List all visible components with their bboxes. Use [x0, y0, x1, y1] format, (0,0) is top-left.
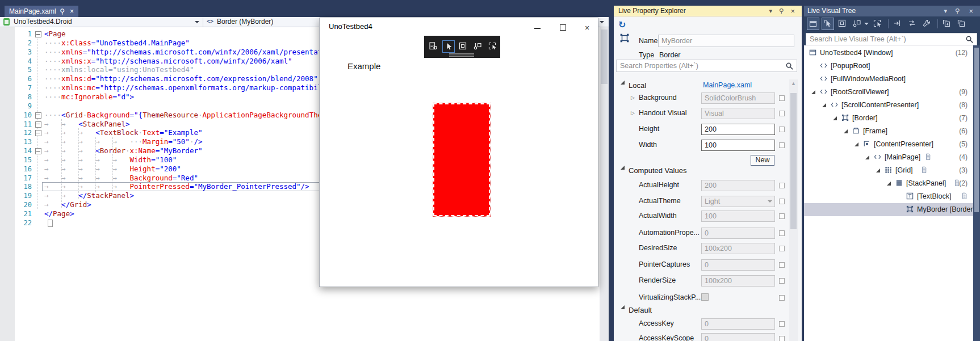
go-to-source-icon[interactable]	[891, 18, 904, 30]
element-selector[interactable]: Border (MyBorder)	[217, 18, 273, 26]
fold-collapse-icon[interactable]	[35, 121, 41, 128]
close-icon[interactable]: ×	[70, 6, 74, 17]
value-source-checkbox[interactable]	[779, 127, 785, 132]
pin-icon[interactable]: ⚲	[779, 7, 784, 15]
source-document-icon[interactable]	[924, 153, 932, 161]
display-layout-adorners-icon[interactable]	[836, 18, 849, 30]
lpe-search-input[interactable]	[617, 60, 797, 71]
lpe-title-bar[interactable]: Live Property Explorer ▾ ⚲ ×	[614, 6, 802, 16]
show-element-from-selection-icon[interactable]	[872, 18, 884, 30]
tree-item[interactable]: MyBorder [Border]	[804, 203, 973, 216]
pin-icon[interactable]: ⚲	[60, 6, 65, 17]
tree-expander-icon[interactable]	[833, 116, 837, 120]
fold-collapse-icon[interactable]	[35, 130, 41, 136]
maximize-button[interactable]	[554, 22, 571, 34]
tree-expander-icon[interactable]	[876, 169, 880, 172]
select-window-icon[interactable]	[807, 18, 819, 30]
lvt-title-bar[interactable]: Live Visual Tree ▾ ⚲ ×	[804, 6, 980, 16]
chevron-down-icon[interactable]	[195, 21, 199, 23]
tree-item[interactable]: [RootScrollViewer](9)	[804, 86, 973, 99]
property-value-input[interactable]: 100	[701, 140, 775, 151]
expand-all-icon[interactable]	[941, 18, 953, 30]
property-checkbox[interactable]	[701, 293, 709, 301]
tree-item[interactable]: [PopupRoot]	[804, 60, 973, 73]
tree-item[interactable]: [TextBlock]	[804, 190, 973, 203]
chevron-down-icon[interactable]	[600, 21, 604, 23]
value-source-checkbox[interactable]	[779, 336, 785, 341]
collapse-all-icon[interactable]	[956, 18, 968, 30]
swap-icon[interactable]	[906, 18, 919, 30]
tree-expander-icon[interactable]	[887, 182, 891, 186]
value-source-checkbox[interactable]	[779, 95, 785, 101]
value-source-checkbox[interactable]	[779, 199, 785, 204]
track-focused-element-icon[interactable]	[472, 40, 484, 53]
track-focused-element-icon[interactable]	[851, 18, 864, 30]
chevron-down-icon[interactable]: ▾	[769, 7, 772, 15]
source-document-icon[interactable]	[961, 192, 969, 200]
value-source-checkbox[interactable]	[779, 111, 785, 116]
display-layout-adorners-icon[interactable]	[457, 40, 470, 53]
tree-item[interactable]: [Frame](6)	[804, 125, 973, 138]
project-selector[interactable]: UnoTestbed4.Droid	[14, 18, 72, 26]
lvt-scrollbar-thumb[interactable]	[974, 48, 979, 212]
enable-selection-icon[interactable]	[822, 18, 834, 30]
value-source-checkbox[interactable]	[779, 278, 785, 284]
document-tab[interactable]: MainPage.xaml ⚲ ×	[5, 6, 78, 17]
pin-icon[interactable]: ⚲	[955, 7, 960, 15]
minimize-button[interactable]	[529, 22, 546, 34]
chevron-down-icon[interactable]	[864, 23, 869, 25]
value-source-checkbox[interactable]	[779, 262, 785, 268]
editor-scrollbar-thumb[interactable]	[601, 30, 608, 84]
fold-collapse-icon[interactable]	[35, 148, 41, 154]
lpe-search-box[interactable]	[616, 60, 797, 72]
scroll-up-icon[interactable]: ▲	[789, 79, 798, 87]
tree-expander-icon[interactable]	[855, 142, 858, 146]
lpe-section-header[interactable]: Computed Values	[629, 166, 686, 175]
value-source-checkbox[interactable]	[779, 321, 785, 327]
source-file-link[interactable]: MainPage.xaml	[703, 81, 752, 89]
section-expander-icon[interactable]	[621, 81, 625, 85]
close-icon[interactable]: ×	[969, 7, 973, 15]
tree-item[interactable]: [ScrollContentPresenter](8)	[804, 99, 973, 112]
close-icon[interactable]: ×	[790, 7, 795, 15]
property-expander-icon[interactable]: ▷	[631, 111, 635, 116]
lpe-section-header[interactable]: Local	[629, 81, 646, 90]
show-element-from-selection-icon[interactable]	[487, 40, 499, 53]
tree-expander-icon[interactable]	[844, 129, 848, 133]
search-icon[interactable]	[965, 35, 974, 44]
refresh-icon[interactable]: ↻	[618, 20, 628, 30]
lpe-section-header[interactable]: Default	[629, 306, 652, 314]
go-to-live-visual-tree-icon[interactable]	[428, 40, 440, 53]
source-document-icon[interactable]	[920, 166, 928, 174]
section-expander-icon[interactable]	[621, 305, 625, 309]
value-source-checkbox[interactable]	[779, 230, 785, 236]
new-property-button[interactable]: New	[751, 155, 774, 166]
value-source-checkbox[interactable]	[779, 213, 785, 219]
property-expander-icon[interactable]: ▷	[631, 95, 635, 100]
fold-collapse-icon[interactable]	[35, 31, 41, 37]
tree-item[interactable]: [FullWindowMediaRoot]	[804, 73, 973, 86]
lvt-search-box[interactable]	[806, 33, 977, 45]
tree-item[interactable]: [StackPanel](2)	[804, 177, 973, 190]
name-input[interactable]	[658, 35, 794, 47]
tree-item[interactable]: [Border](7)	[804, 112, 973, 125]
settings-wrench-icon[interactable]	[921, 18, 933, 30]
lvt-search-input[interactable]	[806, 33, 977, 45]
section-expander-icon[interactable]	[621, 166, 625, 170]
tree-expander-icon[interactable]	[811, 90, 815, 94]
value-source-checkbox[interactable]	[779, 295, 785, 301]
value-source-checkbox[interactable]	[779, 246, 785, 251]
value-source-checkbox[interactable]	[779, 142, 785, 148]
close-button[interactable]: ×	[579, 22, 596, 34]
chevron-down-icon[interactable]: ▾	[944, 7, 947, 15]
search-icon[interactable]	[785, 62, 794, 70]
tree-expander-icon[interactable]	[822, 103, 826, 107]
toolbar-drag-handle[interactable]	[449, 53, 474, 57]
tree-item[interactable]: [ContentPresenter](5)	[804, 138, 973, 151]
tree-item[interactable]: UnoTestbed4 [Window](12)	[804, 47, 973, 60]
selection-mode-icon[interactable]	[442, 40, 455, 53]
lpe-scrollbar-thumb[interactable]	[790, 93, 797, 229]
property-value-input[interactable]: 200	[701, 124, 775, 135]
tree-item[interactable]: [MainPage](4)	[804, 151, 973, 164]
tree-expander-icon[interactable]	[865, 155, 869, 159]
